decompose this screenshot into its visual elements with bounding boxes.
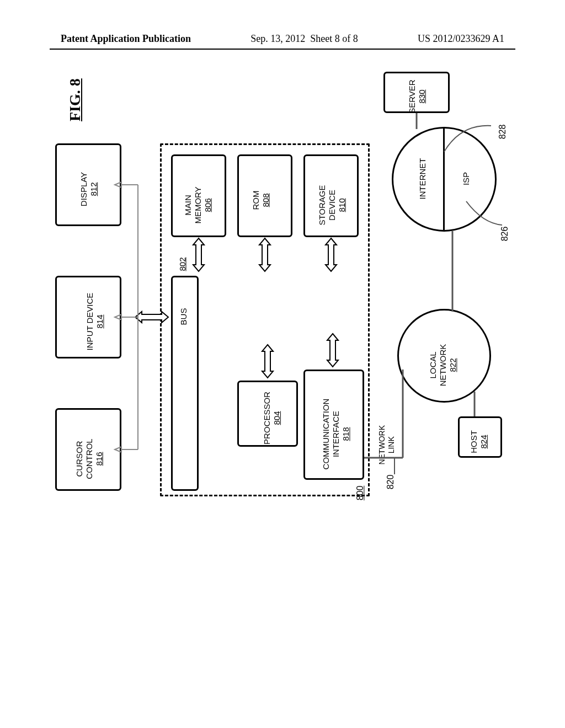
svg-marker-6 bbox=[115, 314, 121, 320]
svg-marker-7 bbox=[115, 447, 121, 452]
connectors bbox=[55, 72, 508, 667]
figure-8-diagram: FIG. 8 800 DISPLAY 812 INPUT DEVICE 814 … bbox=[55, 72, 508, 667]
pub-type: Patent Application Publication bbox=[61, 33, 191, 45]
pub-number: US 2012/0233629 A1 bbox=[418, 33, 504, 45]
page-header: Patent Application Publication Sep. 13, … bbox=[0, 33, 565, 45]
svg-marker-5 bbox=[115, 182, 121, 188]
pub-date-sheet: Sep. 13, 2012 Sheet 8 of 8 bbox=[250, 33, 358, 45]
header-rule bbox=[50, 49, 515, 50]
